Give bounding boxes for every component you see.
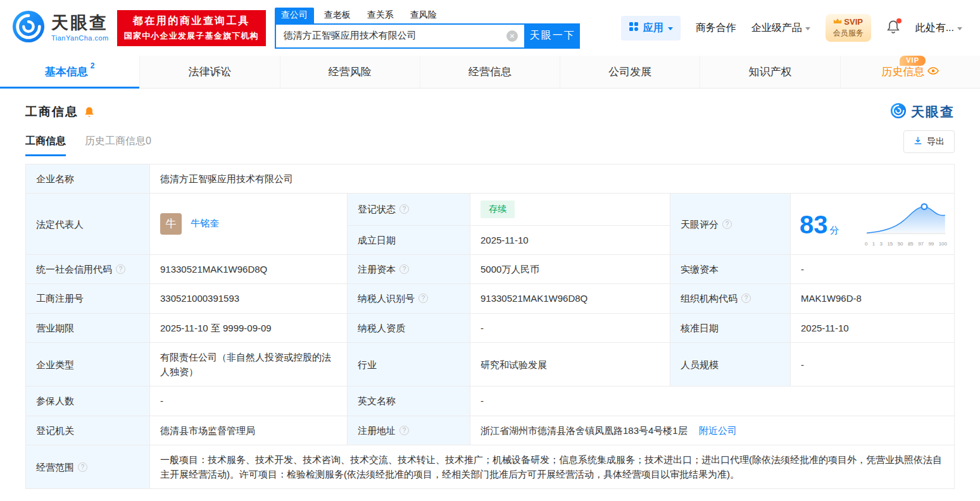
- label-business-term: 营业期限: [26, 313, 150, 342]
- search-tab-risk[interactable]: 查风险: [404, 8, 443, 23]
- label-reg-capital: 注册资本: [348, 255, 470, 284]
- value-industry: 研究和试验发展: [470, 342, 670, 387]
- value-reg-status: 存续: [470, 194, 670, 226]
- label-english-name: 英文名称: [348, 387, 470, 416]
- subtab-business-registration[interactable]: 工商信息: [25, 135, 66, 156]
- help-icon[interactable]: [399, 204, 409, 214]
- value-score: 83 分: [791, 194, 955, 255]
- label-business-scope: 经营范围: [26, 445, 150, 489]
- value-company-type: 有限责任公司（非自然人投资或控股的法人独资）: [150, 342, 348, 387]
- search-tab-relation[interactable]: 查关系: [361, 8, 400, 23]
- chevron-down-icon: [957, 27, 962, 33]
- value-reg-capital: 5000万人民币: [470, 255, 670, 284]
- value-taxpayer-quality: -: [470, 313, 670, 342]
- help-icon[interactable]: [116, 264, 125, 274]
- subscribe-bell-icon[interactable]: [84, 106, 95, 118]
- subtab-history-registration[interactable]: 历史工商信息0: [85, 135, 151, 156]
- tab-business-info[interactable]: 经营信息: [420, 56, 560, 88]
- tab-legal-litigation[interactable]: 法律诉讼: [139, 56, 279, 88]
- legal-rep-avatar[interactable]: 牛: [160, 213, 182, 235]
- label-text: 天眼评分: [681, 219, 719, 230]
- tab-history-info-label: 历史信息: [881, 65, 924, 79]
- label-reg-number: 工商注册号: [26, 284, 150, 313]
- tab-company-development-label: 公司发展: [608, 65, 651, 79]
- label-company-type: 企业类型: [26, 342, 150, 387]
- tab-company-development[interactable]: 公司发展: [560, 56, 700, 88]
- watermark-text: 天眼查: [911, 103, 955, 121]
- label-staff-size: 人员规模: [670, 342, 791, 387]
- label-taxpayer-id: 纳税人识别号: [348, 284, 470, 313]
- label-text: 纳税人资质: [358, 323, 405, 333]
- table-row: 法定代表人 牛 牛铭奎 登记状态 存续 天眼评分 83 分: [26, 194, 955, 226]
- search-area: 查公司 查老板 查关系 查风险 天眼一下: [275, 8, 580, 49]
- search-button[interactable]: 天眼一下: [525, 23, 580, 49]
- biz-coop-label: 商务合作: [696, 22, 736, 35]
- help-icon[interactable]: [741, 294, 751, 303]
- label-insured-count: 参保人数: [26, 387, 150, 416]
- tab-operating-risk[interactable]: 经营风险: [280, 56, 420, 88]
- search-tab-company[interactable]: 查公司: [275, 8, 314, 23]
- search-tab-boss[interactable]: 查老板: [318, 8, 357, 23]
- tab-intellectual-property[interactable]: 知识产权: [700, 56, 839, 88]
- help-icon[interactable]: [399, 426, 409, 435]
- tianyancha-logo[interactable]: 天眼查 TianYanCha.com: [11, 9, 109, 46]
- value-text: 2025-11-10: [801, 323, 849, 333]
- value-text: -: [801, 264, 804, 275]
- slogan-line2: 国家中小企业发展子基金旗下机构: [124, 30, 259, 42]
- value-text: 2025-11-10 至 9999-09-09: [160, 323, 272, 333]
- label-text: 实缴资本: [681, 264, 719, 275]
- label-reg-authority: 登记机关: [26, 416, 150, 445]
- help-icon[interactable]: [78, 462, 87, 472]
- vip-ribbon: VIP: [900, 56, 926, 66]
- label-text: 核准日期: [681, 323, 719, 333]
- search-box: [275, 23, 525, 49]
- label-reg-address: 注册地址: [348, 416, 470, 445]
- label-text: 组织机构代码: [681, 293, 738, 304]
- notification-bell-icon[interactable]: [886, 19, 900, 37]
- export-button[interactable]: 导出: [903, 130, 955, 153]
- download-icon: [914, 136, 922, 147]
- nearby-companies-link[interactable]: 附近公司: [699, 425, 737, 436]
- tab-basic-info[interactable]: 基本信息 2: [0, 56, 139, 88]
- help-icon[interactable]: [722, 220, 732, 229]
- logo-text-cn: 天眼查: [51, 14, 109, 33]
- value-establish-date: 2025-11-10: [470, 225, 670, 254]
- svip-badge[interactable]: SVIP 会员服务: [826, 14, 871, 41]
- apps-grid-icon: [629, 22, 639, 34]
- user-name: 此处有...: [915, 22, 954, 35]
- main-content: 工商信息 天眼查: [0, 102, 980, 489]
- value-approval-date: 2025-11-10: [791, 313, 955, 342]
- brand-slogan: 都在用的商业查询工具 国家中小企业发展子基金旗下机构: [117, 10, 266, 46]
- table-row: 工商注册号 330521000391593 纳税人识别号 91330521MAK…: [26, 284, 955, 313]
- label-reg-status: 登记状态: [348, 194, 470, 226]
- value-text: -: [481, 323, 484, 333]
- menu-enterprise-product[interactable]: 企业级产品: [751, 22, 810, 35]
- value-reg-address: 浙江省湖州市德清县洛舍镇凤凰路183号4号楼1层 附近公司: [470, 416, 955, 445]
- eye-icon: [927, 66, 939, 78]
- chevron-down-icon: [805, 27, 810, 33]
- search-input[interactable]: [276, 30, 506, 41]
- tab-intellectual-property-label: 知识产权: [749, 65, 792, 79]
- user-menu[interactable]: 此处有...: [915, 22, 962, 35]
- tianyancha-watermark-icon: [890, 102, 907, 121]
- label-text: 人员规模: [681, 359, 719, 370]
- help-icon[interactable]: [399, 264, 409, 274]
- label-text: 参保人数: [36, 395, 74, 406]
- header-right-menu: 应用 商务合作 企业级产品 SVIP 会员服务: [621, 14, 969, 41]
- table-row: 企业类型 有限责任公司（非自然人投资或控股的法人独资） 行业 研究和试验发展 人…: [26, 342, 955, 387]
- legal-rep-link[interactable]: 牛铭奎: [191, 218, 219, 228]
- value-text: 91330521MAK1W96D8Q: [160, 264, 267, 275]
- menu-biz-cooperation[interactable]: 商务合作: [696, 22, 736, 35]
- label-text: 成立日期: [358, 235, 396, 245]
- clear-search-icon[interactable]: [506, 30, 518, 42]
- label-text: 纳税人识别号: [358, 293, 415, 304]
- help-icon[interactable]: [418, 294, 428, 303]
- svip-label: SVIP: [844, 17, 863, 27]
- label-text: 英文名称: [358, 395, 396, 406]
- label-text: 注册地址: [358, 425, 396, 436]
- value-reg-number: 330521000391593: [150, 284, 348, 313]
- tianyancha-logo-icon: [11, 9, 46, 46]
- tab-legal-litigation-label: 法律诉讼: [188, 65, 231, 79]
- value-text: 一般项目：技术服务、技术开发、技术咨询、技术交流、技术转让、技术推广；机械设备研…: [160, 454, 942, 479]
- apps-menu[interactable]: 应用: [621, 16, 681, 40]
